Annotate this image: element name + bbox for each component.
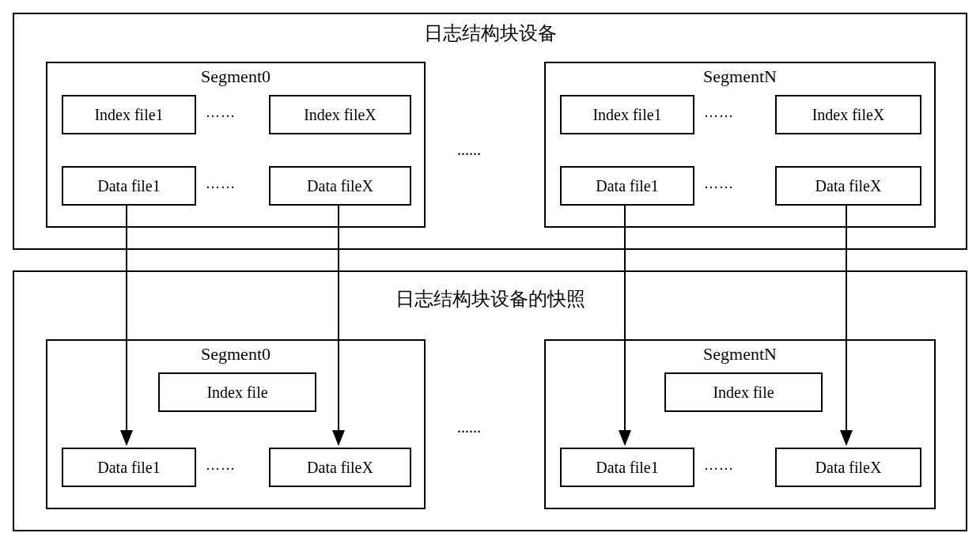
- data-file-cell: Data fileX: [269, 166, 411, 206]
- data-file-cell: Data file1: [560, 166, 694, 206]
- segment-bottom-n-title: SegmentN: [546, 344, 934, 365]
- data-file-cell: Data fileX: [775, 166, 921, 206]
- top-container: 日志结构块设备 Segment0 Index file1 …… Index fi…: [13, 13, 967, 250]
- ellipsis: ……: [206, 457, 236, 474]
- data-file-cell: Data file1: [62, 448, 196, 487]
- diagram-canvas: 日志结构块设备 Segment0 Index file1 …… Index fi…: [8, 8, 972, 540]
- index-file-cell: Index file: [158, 372, 316, 412]
- segment-top-0: Segment0 Index file1 …… Index fileX Data…: [46, 62, 426, 228]
- segment-top-n: SegmentN Index file1 …… Index fileX Data…: [544, 62, 936, 228]
- index-file-cell: Index file1: [560, 95, 694, 134]
- index-file-cell: Index fileX: [775, 95, 921, 134]
- data-file-cell: Data file1: [62, 166, 196, 206]
- segment-bottom-0: Segment0 Index file Data file1 …… Data f…: [46, 339, 426, 509]
- ellipsis: ......: [457, 418, 481, 437]
- data-file-cell: Data fileX: [269, 448, 411, 487]
- ellipsis: ……: [704, 176, 734, 192]
- segment-top-n-title: SegmentN: [546, 66, 934, 87]
- segment-bottom-n: SegmentN Index file Data file1 …… Data f…: [544, 339, 936, 509]
- ellipsis: ……: [206, 176, 236, 192]
- segment-top-0-title: Segment0: [47, 66, 424, 87]
- data-file-cell: Data fileX: [775, 448, 921, 487]
- top-title: 日志结构块设备: [14, 21, 966, 46]
- bottom-title: 日志结构块设备的快照: [14, 286, 966, 312]
- ellipsis: ……: [704, 104, 734, 121]
- index-file-cell: Index file: [664, 372, 823, 412]
- segment-bottom-0-title: Segment0: [47, 344, 424, 365]
- index-file-cell: Index fileX: [269, 95, 411, 134]
- ellipsis: ......: [457, 141, 481, 159]
- index-file-cell: Index file1: [62, 95, 196, 134]
- bottom-container: 日志结构块设备的快照 Segment0 Index file Data file…: [13, 270, 967, 531]
- ellipsis: ……: [704, 457, 734, 474]
- ellipsis: ……: [206, 104, 236, 121]
- data-file-cell: Data file1: [560, 448, 694, 487]
